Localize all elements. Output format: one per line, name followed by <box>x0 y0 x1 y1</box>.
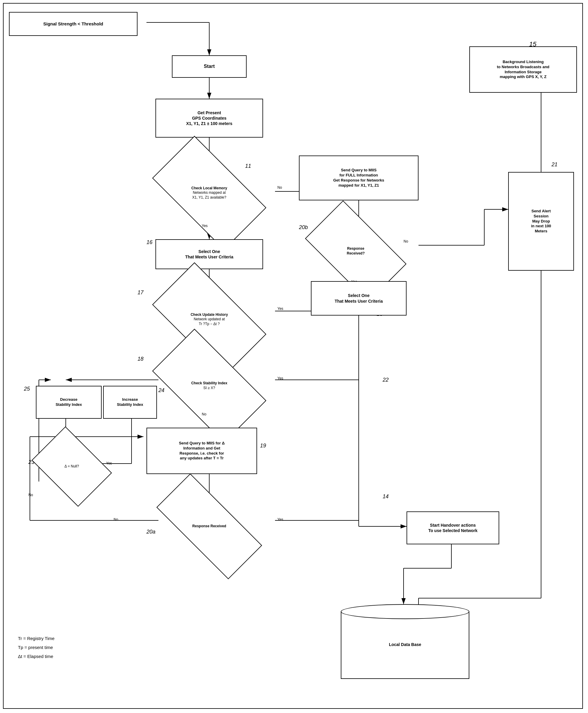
select-one-1-label: Select One That Meets User Criteria <box>185 249 233 260</box>
yes-update-history: Yes <box>277 307 284 311</box>
select-one-1-box: Select One That Meets User Criteria <box>155 239 263 269</box>
send-query-full-box: Send Query to MIIS for FULL Information … <box>299 156 419 200</box>
label-19: 19 <box>260 443 266 449</box>
background-listening-label: Background Listening to Networks Broadca… <box>497 60 549 80</box>
label-16: 16 <box>146 239 152 246</box>
label-14: 14 <box>383 493 388 500</box>
check-update-history-text: Check Update HistoryNetwork updated atTr… <box>188 310 230 329</box>
check-stability-diamond: Check Stability IndexSI ≥ X? <box>159 356 260 416</box>
check-local-memory-text: Check Local MemoryNetworks mapped atX1, … <box>189 184 230 202</box>
legend-line3: Δt = Elapsed time <box>18 652 55 661</box>
send-query-full-label: Send Query to MIIS for FULL Information … <box>333 168 384 188</box>
no-response-1: No <box>403 239 408 243</box>
label-21: 21 <box>551 162 558 168</box>
outer-border <box>3 3 583 709</box>
start-handover-label: Start Handover actions To use Selected N… <box>428 523 478 533</box>
legend: Tr = Registry Time Tp = present time Δt … <box>18 634 55 661</box>
legend-line2: Tp = present time <box>18 643 55 652</box>
response-received-2-text: Response Received <box>190 522 228 531</box>
increase-stability-label: Increase Stability Index <box>117 397 143 407</box>
delta-null-text: Δ = Null? <box>62 462 81 471</box>
send-query-delta-label: Send Query to MIIS for Δ Information and… <box>179 441 225 461</box>
no-response-2: No <box>113 517 118 522</box>
signal-threshold-label: Signal Strength < Threshold <box>43 21 103 27</box>
label-18: 18 <box>138 356 144 362</box>
get-gps-label: Get Present GPS Coordinates X1, Y1, Z1 ±… <box>186 110 233 126</box>
local-database-cylinder: Local Data Base <box>341 604 469 679</box>
get-gps-box: Get Present GPS Coordinates X1, Y1, Z1 ±… <box>155 99 263 138</box>
check-stability-text: Check Stability IndexSI ≥ X? <box>189 379 230 393</box>
response-received-2-diamond: Response Received <box>159 503 260 550</box>
send-query-delta-box: Send Query to MIIS for Δ Information and… <box>146 428 257 474</box>
delta-null-diamond: Δ = Null? <box>39 443 105 490</box>
response-received-1-text: ResponseReceived? <box>344 244 367 258</box>
decrease-stability-box: Decrease Stability Index <box>36 386 102 419</box>
no-stability: No <box>202 412 206 416</box>
decrease-stability-label: Decrease Stability Index <box>56 397 82 407</box>
select-one-2-label: Select One That Meets User Criteria <box>335 293 383 304</box>
check-local-memory-diamond: Check Local MemoryNetworks mapped atX1, … <box>159 163 260 223</box>
local-database-label: Local Data Base <box>389 642 421 647</box>
start-label: Start <box>204 63 215 70</box>
yes-local-memory: Yes <box>202 224 208 228</box>
diagram: Signal Strength < Threshold Start 10 Get… <box>0 0 588 713</box>
flow-lines <box>0 0 588 713</box>
label-17: 17 <box>138 289 144 296</box>
check-update-history-diamond: Check Update HistoryNetwork updated atTr… <box>159 289 260 349</box>
send-alert-box: Send Alert Session May Drop in next 100 … <box>508 172 574 271</box>
label-20a: 20a <box>146 529 155 535</box>
no-local-memory: No <box>277 185 282 190</box>
label-20b: 20b <box>299 224 308 230</box>
legend-line1: Tr = Registry Time <box>18 634 55 643</box>
yes-delta-null: Yes <box>106 461 112 465</box>
response-received-1-diamond: ResponseReceived? <box>311 224 401 278</box>
send-alert-label: Send Alert Session May Drop in next 100 … <box>531 209 551 234</box>
yes-stability: Yes <box>277 376 284 381</box>
label-24: 24 <box>159 387 164 393</box>
signal-threshold-box: Signal Strength < Threshold <box>9 12 138 36</box>
start-box: Start <box>172 55 247 78</box>
start-handover-box: Start Handover actions To use Selected N… <box>406 511 499 544</box>
yes-response-2: Yes <box>277 517 284 522</box>
label-22: 22 <box>383 377 388 383</box>
background-listening-box: Background Listening to Networks Broadca… <box>469 46 577 93</box>
increase-stability-box: Increase Stability Index <box>103 386 157 419</box>
select-one-2-box: Select One That Meets User Criteria <box>311 281 406 315</box>
no-delta-null: No <box>28 493 33 497</box>
label-25: 25 <box>24 386 30 392</box>
